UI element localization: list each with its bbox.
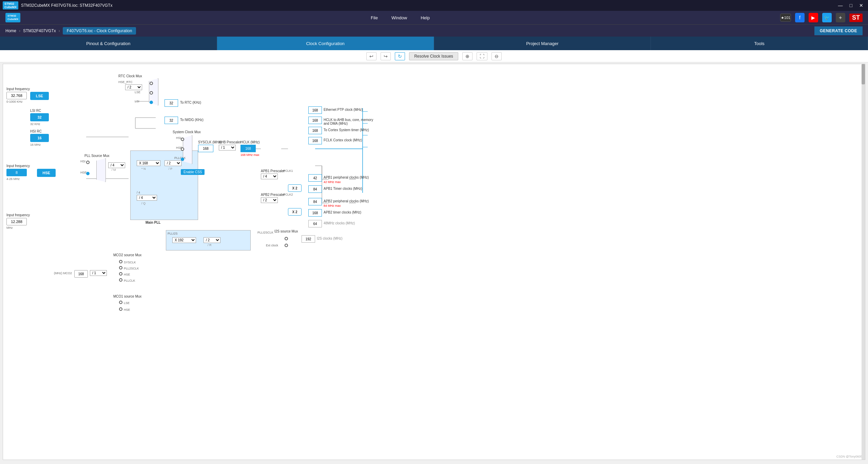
- clock-diagram: Input frequency 32.768 0-1000 KHz LSE LS…: [3, 64, 865, 460]
- breadcrumb: Home › STM32F407VGTx › F407VGT6.ioc - Cl…: [0, 24, 868, 37]
- apb1-periph-value[interactable]: 42: [308, 174, 322, 182]
- i2s-plli2s-radio[interactable]: [285, 237, 288, 240]
- menu-bar: STM32CubeMX File Window Help ★101 f ▶ 🐦 …: [0, 11, 868, 24]
- i2s-div-select[interactable]: / 2: [204, 237, 220, 243]
- breadcrumb-file[interactable]: F407VGT6.ioc - Clock Configuration: [63, 27, 136, 35]
- mco1-lse-radio[interactable]: [119, 301, 122, 304]
- menu-file[interactable]: File: [371, 15, 378, 20]
- enable-css-button[interactable]: Enable CSS: [181, 169, 205, 175]
- input-freq2-value[interactable]: 8: [6, 169, 27, 176]
- rtc-mux-label: RTC Clock Mux: [118, 74, 142, 78]
- apb2-timer-value[interactable]: 168: [308, 209, 322, 217]
- badge-icon: ★101: [780, 14, 791, 22]
- div2-select[interactable]: / 2: [125, 84, 142, 90]
- to-rtc-value[interactable]: 32: [165, 99, 178, 107]
- mhz48-value[interactable]: 64: [308, 220, 322, 227]
- tab-bar: Pinout & Configuration Clock Configurati…: [0, 37, 868, 50]
- facebook-icon[interactable]: f: [795, 13, 805, 22]
- mult-n-select[interactable]: X 168: [137, 160, 160, 166]
- to-iwdg-value[interactable]: 32: [165, 117, 178, 124]
- ext-clk-label: Ext clock: [266, 244, 278, 247]
- network-icon[interactable]: ✦: [836, 13, 845, 22]
- i2s-ext-radio[interactable]: [285, 244, 288, 247]
- mco2-hse-radio[interactable]: [119, 272, 122, 276]
- mco2-plli2sclk-radio[interactable]: [119, 266, 122, 269]
- breadcrumb-device[interactable]: STM32F407VGTx: [23, 28, 56, 33]
- undo-button[interactable]: ↩: [366, 52, 377, 60]
- pll-hse-label: HSE: [80, 171, 87, 174]
- breadcrumb-sep1: ›: [19, 28, 20, 33]
- maximize-button[interactable]: □: [848, 3, 854, 8]
- mco2-value[interactable]: 168: [74, 270, 88, 278]
- hsi-block[interactable]: 16: [30, 134, 49, 142]
- mco2-hse-label: HSE: [124, 273, 130, 276]
- mco2-sysclk-radio[interactable]: [119, 260, 122, 263]
- apb1-div-select[interactable]: / 4: [261, 174, 278, 179]
- ahb-div-select[interactable]: / 1: [219, 145, 236, 150]
- menu-help[interactable]: Help: [421, 15, 430, 20]
- app-logo: STM32CubeMX: [5, 13, 20, 22]
- mco2-pllclk-radio[interactable]: [119, 278, 122, 282]
- hclk-value[interactable]: 168: [240, 145, 256, 152]
- resolve-clock-button[interactable]: Resolve Clock Issues: [409, 52, 458, 60]
- pll-src-mux-label: PLL Source Mux: [84, 154, 110, 158]
- mco2-div-select[interactable]: / 1: [90, 270, 107, 276]
- rtc-lse-label: LSE: [135, 90, 140, 94]
- sys-hse-radio[interactable]: [181, 147, 184, 151]
- hclk-ahb-value[interactable]: 168: [308, 117, 322, 124]
- div-m-select[interactable]: / 4: [108, 162, 125, 168]
- youtube-icon[interactable]: ▶: [809, 13, 818, 22]
- zoom-in-button[interactable]: ⊕: [462, 52, 472, 60]
- hsi-rc-label: HSI RC: [30, 129, 42, 133]
- hse-block[interactable]: HSE: [37, 169, 56, 177]
- generate-code-button[interactable]: GENERATE CODE: [814, 26, 863, 35]
- breadcrumb-home[interactable]: Home: [5, 28, 16, 33]
- watermark: CSDN @Tony0605: [836, 455, 862, 458]
- tab-project[interactable]: Project Manager: [434, 37, 651, 50]
- tab-clock[interactable]: Clock Configuration: [217, 37, 434, 50]
- apb2-periph-value[interactable]: 84: [308, 198, 322, 205]
- window-controls: — □ ✕: [836, 3, 865, 8]
- fclk-value[interactable]: 168: [308, 137, 322, 144]
- twitter-icon[interactable]: 🐦: [822, 13, 832, 22]
- cortex-timer-label: To Cortex System timer (MHz): [324, 128, 369, 132]
- i2s-mult-select[interactable]: X 192: [172, 237, 196, 243]
- apb1-timer-value[interactable]: 84: [308, 185, 322, 193]
- input-freq2-range: 4-26 MHz: [6, 177, 20, 181]
- redo-button[interactable]: ↪: [381, 52, 391, 60]
- apb2-div-select[interactable]: / 2: [261, 197, 278, 203]
- lsi-rc-label: LSI RC: [30, 109, 41, 113]
- pll-mux-body: [96, 158, 106, 182]
- fit-button[interactable]: ⛶: [477, 52, 487, 60]
- refresh-button[interactable]: ↻: [395, 52, 405, 60]
- input-freq3-value[interactable]: 12.288: [6, 218, 27, 225]
- close-button[interactable]: ✕: [857, 3, 865, 8]
- div-p-select[interactable]: / 2: [165, 160, 181, 166]
- sys-hsi-radio[interactable]: [181, 138, 184, 141]
- pll-hsi-radio[interactable]: [86, 161, 90, 164]
- hsi-sys-label: HSI: [176, 136, 181, 140]
- tab-tools[interactable]: Tools: [651, 37, 868, 50]
- scrollbar-thumb[interactable]: [862, 64, 865, 84]
- lsi-block[interactable]: 32: [30, 113, 49, 121]
- input-freq1-label: Input frequency: [6, 87, 30, 91]
- div-q-select[interactable]: / 4: [137, 195, 157, 201]
- rtc-lsi-radio[interactable]: [150, 101, 153, 104]
- menu-window[interactable]: Window: [391, 15, 407, 20]
- ethernet-value[interactable]: 168: [308, 106, 322, 114]
- rtc-lse-radio[interactable]: [150, 91, 153, 95]
- cortex-timer-value[interactable]: 168: [308, 127, 322, 134]
- tab-pinout[interactable]: Pinout & Configuration: [0, 37, 217, 50]
- zoom-out-button[interactable]: ⊖: [491, 52, 502, 60]
- sysclk-value[interactable]: 168: [198, 145, 213, 152]
- i2s-value[interactable]: 192: [302, 235, 315, 243]
- mco1-hse-radio[interactable]: [119, 307, 122, 311]
- rtc-hse-radio[interactable]: [150, 82, 153, 85]
- minimize-button[interactable]: —: [836, 3, 845, 8]
- plli2s-block: PLLI2S X 192 / 2 / R: [166, 230, 251, 250]
- lse-block[interactable]: LSE: [30, 92, 49, 100]
- div-m-sublabel: / M: [112, 168, 116, 172]
- title-left: STM32CubeMX STM32CubeMX F407VGT6.ioc: ST…: [3, 1, 112, 9]
- input-freq1-value[interactable]: 32.768: [6, 92, 27, 99]
- sys-pllclk-radio[interactable]: [181, 158, 184, 161]
